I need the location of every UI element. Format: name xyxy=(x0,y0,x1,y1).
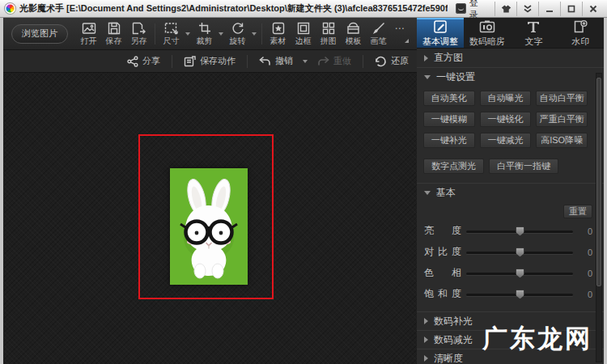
tab-watermark[interactable]: 水印 xyxy=(557,18,604,48)
section-one-click[interactable]: 一键设置 xyxy=(417,67,604,86)
digital-spot-metering-button[interactable]: 数字点测光 xyxy=(423,159,484,174)
toolbar-item-label: 旋转 xyxy=(230,36,246,47)
toolbar-item-label: 尺寸 xyxy=(163,36,180,47)
section-title: 直方图 xyxy=(434,51,463,65)
brightness-row: 亮 度 0 xyxy=(424,222,592,239)
toolbar-item-save-as[interactable]: 另存 xyxy=(126,21,151,47)
one-key-blur-button[interactable]: 一键模糊 xyxy=(423,112,475,127)
slider-thumb[interactable] xyxy=(516,290,524,299)
tab-label: 文字 xyxy=(524,36,542,48)
redo-label: 重做 xyxy=(333,55,351,67)
maximize-button[interactable] xyxy=(560,2,582,16)
saturation-value: 0 xyxy=(579,290,592,299)
white-balance-one-touch-button[interactable]: 白平衡一指键 xyxy=(489,159,558,174)
brush-icon xyxy=(372,21,385,35)
browse-images-button[interactable]: 浏览图片 xyxy=(11,24,68,44)
toolbar-item-template[interactable]: 模板 xyxy=(341,21,366,47)
tab-text[interactable]: 文字 xyxy=(511,18,558,48)
section-basic[interactable]: 基本 xyxy=(417,183,604,201)
slider-thumb[interactable] xyxy=(516,226,524,236)
rotate-dropdown-icon[interactable] xyxy=(252,32,257,36)
image-canvas[interactable] xyxy=(3,73,417,364)
reset-button[interactable]: 重置 xyxy=(563,205,592,218)
close-button[interactable] xyxy=(582,2,604,16)
toolbar-item-brush[interactable]: 画笔 xyxy=(366,21,391,47)
button-row: 一键模糊 一键锐化 严重白平衡 xyxy=(423,112,588,127)
slider-thumb[interactable] xyxy=(516,269,524,278)
section-histogram[interactable]: 直方图 xyxy=(417,49,604,67)
toolbar-item-label: 打开 xyxy=(81,36,97,47)
one-key-reduce-light-button[interactable]: 一键减光 xyxy=(480,133,532,148)
contrast-slider[interactable] xyxy=(466,248,573,257)
undo-button[interactable]: 撤销 xyxy=(256,55,296,67)
document-path: [E:\Document And Settings2\Administrator… xyxy=(66,3,448,13)
window-controls xyxy=(495,2,604,16)
toolbar-item-collage[interactable]: 拼图 xyxy=(316,21,341,47)
button-row: 自动美化 自动曝光 自动白平衡 xyxy=(423,91,588,106)
one-key-sharpen-button[interactable]: 一键锐化 xyxy=(480,112,532,127)
tab-basic-adjust[interactable]: 基本调整 xyxy=(417,18,464,48)
template-icon xyxy=(346,21,360,35)
brightness-slider[interactable] xyxy=(466,226,573,236)
undo-label: 撤销 xyxy=(275,55,293,67)
button-row: 一键补光 一键减光 高ISO降噪 xyxy=(423,133,588,148)
skin-button[interactable] xyxy=(495,2,516,16)
photo-rabbit[interactable] xyxy=(170,168,248,285)
rotate-icon xyxy=(231,21,244,35)
toolbar-item-resize[interactable]: 尺寸 xyxy=(159,21,184,47)
tab-digital-darkroom[interactable]: 数码暗房 xyxy=(464,18,511,48)
redo-button[interactable]: 重做 xyxy=(314,55,354,67)
auto-white-balance-button[interactable]: 自动白平衡 xyxy=(536,91,588,106)
darkroom-camera-icon xyxy=(479,19,495,34)
save-action-label: 保存动作 xyxy=(200,55,236,67)
toolbar-item-crop[interactable]: 裁剪 xyxy=(192,21,217,47)
right-column: 基本调整 数码暗房 文字 水印 直方图 xyxy=(417,18,604,364)
adjust-panel: 直方图 一键设置 自动美化 自动曝光 自动白平衡 一键模糊 一键锐化 严 xyxy=(417,49,604,364)
tab-label: 水印 xyxy=(571,36,589,48)
section-clarity[interactable]: 清晰度 xyxy=(417,349,604,364)
scrollbar-thumb[interactable] xyxy=(596,78,601,286)
toolbar-item-save[interactable]: 保存 xyxy=(101,21,126,47)
section-digital-reduce-light[interactable]: 数码减光 xyxy=(417,330,604,349)
saturation-row: 饱 和 度 0 xyxy=(424,286,592,303)
maximize-icon xyxy=(567,5,575,13)
brightness-value: 0 xyxy=(579,226,592,236)
titlebar: 光影魔术手 [E:\Document And Settings2\Adminis… xyxy=(0,0,607,18)
save-icon xyxy=(108,21,121,35)
app-logo-icon xyxy=(5,3,15,14)
toolbar-item-rotate[interactable]: 旋转 xyxy=(225,21,250,47)
resize-dropdown-icon[interactable] xyxy=(185,32,190,36)
rabbit-illustration xyxy=(170,168,248,285)
button-row: 数字点测光 白平衡一指键 xyxy=(423,159,588,174)
auto-exposure-button[interactable]: 自动曝光 xyxy=(480,91,532,106)
actionbar-separator xyxy=(172,55,172,68)
auto-beautify-button[interactable]: 自动美化 xyxy=(423,91,475,106)
severe-white-balance-button[interactable]: 严重白平衡 xyxy=(536,112,588,127)
resize-icon xyxy=(164,21,179,35)
minimize-button[interactable] xyxy=(538,2,560,16)
one-key-fill-light-button[interactable]: 一键补光 xyxy=(423,133,475,148)
slider-thumb[interactable] xyxy=(516,248,524,257)
save-action-button[interactable]: 保存动作 xyxy=(180,55,239,67)
toolbar-item-label: 素材 xyxy=(270,36,287,47)
share-button[interactable]: 分享 xyxy=(124,55,163,67)
undo-dropdown-icon[interactable] xyxy=(303,60,308,63)
high-iso-denoise-button[interactable]: 高ISO降噪 xyxy=(536,133,588,148)
section-digital-fill-light[interactable]: 数码补光 xyxy=(417,311,604,330)
panel-tabs: 基本调整 数码暗房 文字 水印 xyxy=(417,18,604,49)
crop-dropdown-icon[interactable] xyxy=(219,32,223,36)
toolbar-item-material[interactable]: 素材 xyxy=(265,21,291,47)
restore-label: 还原 xyxy=(391,55,409,67)
toolbar-item-open[interactable]: 打开 xyxy=(76,21,101,47)
collapse-button[interactable] xyxy=(516,2,538,16)
toolbar-more-button[interactable]: ⋯ xyxy=(391,24,409,43)
panel-scrollbar[interactable] xyxy=(596,73,602,362)
hue-slider[interactable] xyxy=(466,269,573,278)
saturation-slider[interactable] xyxy=(466,290,573,299)
text-icon xyxy=(526,19,541,34)
toolbar-item-border[interactable]: 边框 xyxy=(291,21,316,47)
save-action-icon xyxy=(184,56,196,67)
restore-button[interactable]: 还原 xyxy=(371,55,412,67)
share-icon xyxy=(127,56,138,67)
actionbar-separator xyxy=(363,55,363,68)
